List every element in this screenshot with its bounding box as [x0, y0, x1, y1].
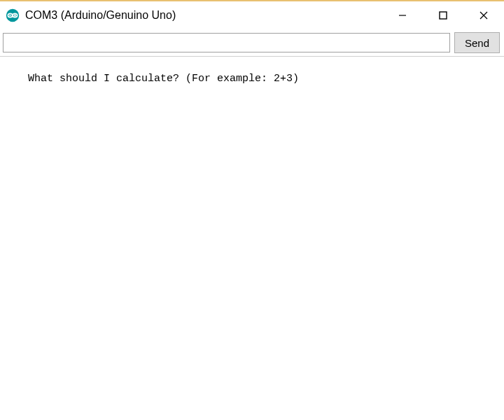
input-toolbar: Send [0, 29, 504, 56]
minimize-button[interactable] [382, 1, 423, 29]
svg-rect-7 [440, 12, 447, 19]
window-title: COM3 (Arduino/Genuino Uno) [25, 9, 382, 22]
output-line: What should I calculate? (For example: 2… [28, 73, 299, 85]
titlebar: COM3 (Arduino/Genuino Uno) [0, 1, 504, 29]
window-controls [382, 1, 504, 29]
maximize-button[interactable] [423, 1, 463, 29]
close-button[interactable] [463, 1, 504, 29]
serial-monitor-window: COM3 (Arduino/Genuino Uno) Send What sho… [0, 0, 504, 420]
serial-input[interactable] [3, 33, 450, 52]
send-button[interactable]: Send [454, 32, 500, 53]
arduino-icon [6, 8, 20, 22]
serial-output[interactable]: What should I calculate? (For example: 2… [0, 56, 504, 420]
